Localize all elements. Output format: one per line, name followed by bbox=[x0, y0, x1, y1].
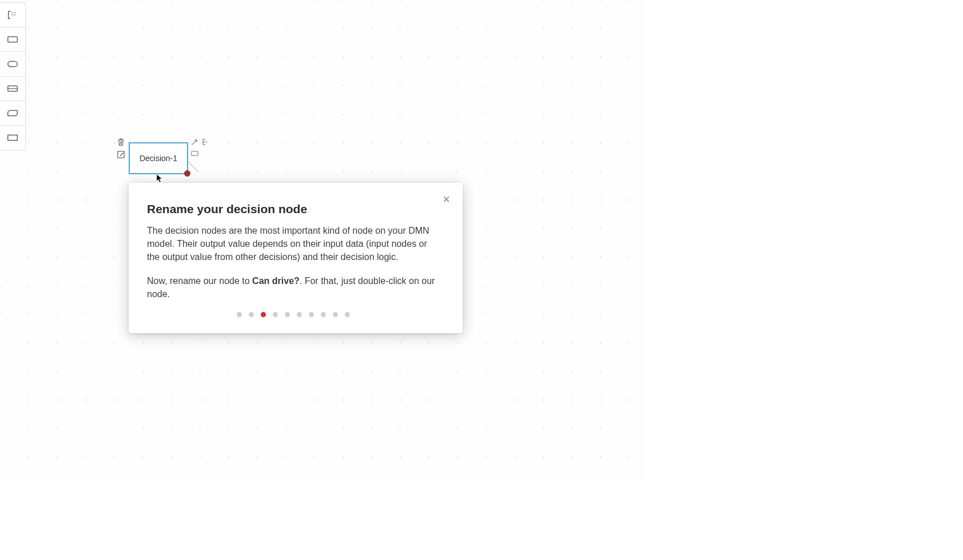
svg-rect-3 bbox=[8, 61, 18, 66]
tutorial-step-pager bbox=[147, 312, 440, 317]
pager-dot-6[interactable] bbox=[297, 312, 302, 317]
node-properties-button[interactable] bbox=[190, 149, 199, 158]
knowledge-source-shape-icon bbox=[6, 83, 19, 94]
canvas-blank-bottom bbox=[0, 480, 963, 560]
canvas-blank-right bbox=[646, 0, 963, 480]
shape-palette bbox=[0, 2, 26, 150]
decision-node-label: Decision-1 bbox=[140, 154, 177, 163]
arrow-diag-icon bbox=[190, 138, 199, 146]
pager-dot-1[interactable] bbox=[237, 312, 242, 317]
node-delete-button[interactable] bbox=[116, 137, 125, 146]
close-icon: × bbox=[443, 192, 450, 206]
pager-dot-4[interactable] bbox=[273, 312, 278, 317]
tutorial-p2-prefix: Now, rename our node to bbox=[147, 276, 252, 286]
tutorial-paragraph-2: Now, rename our node to Can drive?. For … bbox=[147, 274, 440, 301]
decision-node[interactable]: Decision-1 bbox=[129, 142, 188, 174]
pager-dot-2[interactable] bbox=[249, 312, 254, 317]
pager-dot-7[interactable] bbox=[309, 312, 314, 317]
node-edit-button[interactable] bbox=[116, 150, 125, 159]
bkm-shape-icon bbox=[6, 108, 19, 118]
node-connect-button[interactable] bbox=[190, 137, 199, 146]
tutorial-popover: × Rename your decision node The decision… bbox=[129, 183, 463, 333]
trash-icon bbox=[117, 138, 125, 146]
pager-dot-9[interactable] bbox=[333, 312, 338, 317]
pager-dot-10[interactable] bbox=[345, 312, 350, 317]
pager-dot-5[interactable] bbox=[285, 312, 290, 317]
tutorial-title: Rename your decision node bbox=[147, 202, 440, 216]
tutorial-p2-bold: Can drive? bbox=[252, 276, 300, 286]
pager-dot-3[interactable] bbox=[261, 312, 266, 317]
node-link-button[interactable] bbox=[201, 137, 210, 146]
edit-icon bbox=[117, 150, 125, 159]
decision-service-shape-icon bbox=[6, 133, 19, 143]
decision-shape-icon bbox=[6, 34, 19, 45]
properties-icon bbox=[190, 149, 199, 158]
link-left-icon bbox=[202, 138, 210, 146]
tutorial-paragraph-1: The decision nodes are the most importan… bbox=[147, 224, 440, 264]
knowledge-source-shape-tool[interactable] bbox=[0, 77, 25, 101]
svg-rect-2 bbox=[8, 37, 18, 42]
node-connection-point-se[interactable] bbox=[184, 170, 190, 177]
decision-shape-tool[interactable] bbox=[0, 27, 25, 52]
svg-rect-10 bbox=[191, 151, 197, 155]
annotation-tool[interactable] bbox=[0, 3, 25, 27]
decision-service-shape-tool[interactable] bbox=[0, 126, 25, 150]
pager-dot-8[interactable] bbox=[321, 312, 326, 317]
annotation-icon bbox=[6, 10, 19, 20]
tutorial-close-button[interactable]: × bbox=[443, 193, 450, 206]
input-data-shape-icon bbox=[6, 59, 19, 69]
svg-rect-6 bbox=[8, 135, 18, 140]
input-data-shape-tool[interactable] bbox=[0, 52, 25, 77]
bkm-shape-tool[interactable] bbox=[0, 101, 25, 126]
